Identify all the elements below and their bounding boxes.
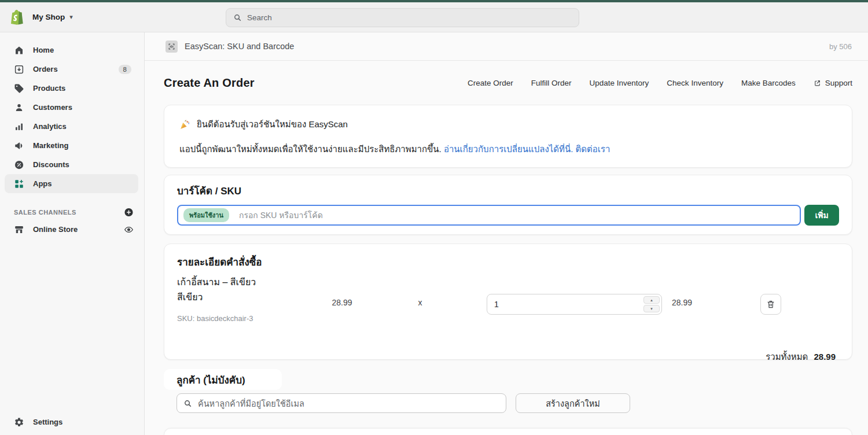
nav-make-barcodes[interactable]: Make Barcodes <box>741 79 796 87</box>
order-details-card: รายละเอียดคำสั่งซื้อ เก้าอี้สนาม – สีเขี… <box>164 244 852 360</box>
orders-icon <box>14 64 24 75</box>
quantity-increment-button[interactable]: ▲ <box>643 296 660 304</box>
product-sku: SKU: basicdeckchair-3 <box>177 314 253 323</box>
customer-search-placeholder: ค้นหาลูกค้าที่มีอยู่โดยใช้อีเมล <box>198 397 304 410</box>
bar-chart-icon <box>14 121 24 132</box>
app-nav: Create Order Fulfill Order Update Invent… <box>468 79 852 87</box>
sidebar-item-analytics[interactable]: Analytics <box>5 117 138 136</box>
shopify-logo-icon[interactable] <box>9 9 24 25</box>
sidebar-item-online-store[interactable]: Online Store <box>5 220 138 239</box>
person-icon <box>14 102 24 113</box>
app-byline: by 506 <box>829 42 852 51</box>
next-section-card <box>164 428 852 435</box>
sidebar: Home Orders 8 Products Customers Analyti… <box>0 32 145 435</box>
banner-title: ยินดีต้อนรับสู่เวอร์ชันใหม่ของ EasyScan <box>197 117 348 131</box>
sidebar-item-settings[interactable]: Settings <box>5 412 139 432</box>
add-button[interactable]: เพิ่ม <box>804 205 839 226</box>
multiply-symbol: x <box>409 298 432 307</box>
sku-input-placeholder: กรอก SKU หรือบาร์โค้ด <box>239 209 323 222</box>
chevron-down-icon[interactable]: ▾ <box>69 13 73 21</box>
page-title: Create An Order <box>164 76 255 90</box>
sku-input[interactable]: พร้อมใช้งาน กรอก SKU หรือบาร์โค้ด <box>177 205 801 226</box>
customer-section-title: ลูกค้า (ไม่บังคับ) <box>176 372 245 388</box>
order-section-title: รายละเอียดคำสั่งซื้อ <box>177 254 836 270</box>
product-name: เก้าอี้สนาม – สีเขียว สีเขียว <box>177 275 322 304</box>
main-content: EasyScan: SKU and Barcode by 506 Create … <box>145 32 868 435</box>
banner-link-contact[interactable]: ติดต่อเรา <box>576 144 610 154</box>
barcode-section-title: บาร์โค้ด / SKU <box>177 183 839 198</box>
eye-icon[interactable] <box>124 224 134 234</box>
shop-name[interactable]: My Shop <box>32 13 65 21</box>
nav-fulfill-order[interactable]: Fulfill Order <box>531 79 572 87</box>
party-popper-icon <box>179 119 190 130</box>
sidebar-item-apps[interactable]: Apps <box>5 174 138 193</box>
total-value: 28.99 <box>814 352 836 362</box>
quantity-input[interactable] <box>487 294 641 314</box>
barcode-sku-card: บาร์โค้ด / SKU พร้อมใช้งาน กรอก SKU หรือ… <box>164 175 852 235</box>
topbar: My Shop ▾ Search <box>0 2 868 32</box>
nav-support[interactable]: Support <box>814 79 852 87</box>
sidebar-item-products[interactable]: Products <box>5 79 138 98</box>
storefront-icon <box>14 224 24 235</box>
order-total-row: รวมทั้งหมด 28.99 <box>177 350 836 364</box>
external-link-icon <box>814 79 821 87</box>
sidebar-item-orders[interactable]: Orders 8 <box>5 60 138 79</box>
sidebar-item-marketing[interactable]: Marketing <box>5 136 138 155</box>
status-badge: พร้อมใช้งาน <box>183 208 229 222</box>
customer-search-input[interactable]: ค้นหาลูกค้าที่มีอยู่โดยใช้อีเมล <box>176 393 506 413</box>
delete-line-item-button[interactable] <box>760 294 781 315</box>
easyscan-app-icon <box>165 40 178 53</box>
apps-grid-icon <box>14 179 24 189</box>
discount-icon <box>14 160 24 170</box>
global-search-input[interactable]: Search <box>226 8 579 27</box>
search-icon <box>183 399 192 408</box>
welcome-banner: ยินดีต้อนรับสู่เวอร์ชันใหม่ของ EasyScan … <box>164 105 852 168</box>
quantity-stepper: ▲ ▼ <box>487 294 662 315</box>
quantity-decrement-button[interactable]: ▼ <box>643 305 660 312</box>
app-header: EasyScan: SKU and Barcode by 506 <box>145 32 868 61</box>
gear-icon <box>14 417 24 427</box>
customer-row: ค้นหาลูกค้าที่มีอยู่โดยใช้อีเมล สร้างลูก… <box>164 393 852 413</box>
nav-check-inventory[interactable]: Check Inventory <box>667 79 723 87</box>
add-sales-channel-icon[interactable] <box>124 208 134 218</box>
search-placeholder: Search <box>247 13 272 22</box>
sidebar-item-discounts[interactable]: Discounts <box>5 155 138 174</box>
tag-icon <box>14 83 24 94</box>
customer-section-header: ลูกค้า (ไม่บังคับ) <box>164 369 282 390</box>
order-line-item: เก้าอี้สนาม – สีเขียว สีเขียว SKU: basic… <box>177 275 836 334</box>
megaphone-icon <box>14 141 24 151</box>
unit-price: 28.99 <box>313 298 371 307</box>
total-label: รวมทั้งหมด <box>766 352 808 362</box>
line-total: 28.99 <box>672 298 712 307</box>
sales-channels-header: SALES CHANNELS <box>5 205 138 220</box>
search-icon <box>233 13 242 22</box>
home-icon <box>14 45 24 56</box>
sidebar-item-customers[interactable]: Customers <box>5 98 138 117</box>
app-title: EasyScan: SKU and Barcode <box>185 42 294 51</box>
sidebar-item-home[interactable]: Home <box>5 40 138 60</box>
orders-count-badge: 8 <box>119 65 131 74</box>
nav-create-order[interactable]: Create Order <box>468 79 513 87</box>
banner-link-changes[interactable]: อ่านเกี่ยวกับการเปลี่ยนแปลงได้ที่นี่. <box>444 144 573 154</box>
trash-icon <box>766 300 775 309</box>
banner-body: แอปนี้ถูกพัฒนาใหม่ทั้งหมดเพื่อให้ใช้งานง… <box>179 144 442 154</box>
nav-update-inventory[interactable]: Update Inventory <box>590 79 649 87</box>
create-customer-button[interactable]: สร้างลูกค้าใหม่ <box>516 393 630 413</box>
